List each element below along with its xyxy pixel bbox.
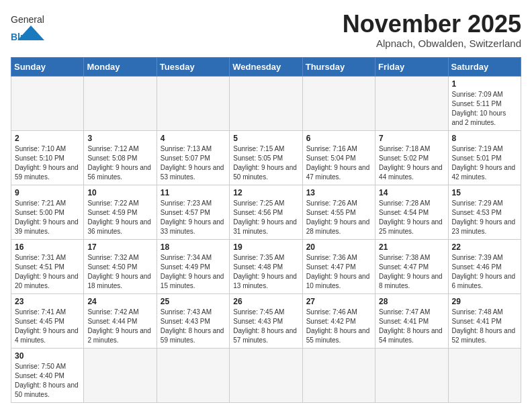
weekday-header: Monday	[84, 57, 157, 76]
day-info: Sunrise: 7:15 AMSunset: 5:05 PMDaylight:…	[233, 144, 298, 182]
weekday-header: Saturday	[448, 57, 521, 76]
calendar-cell: 28Sunrise: 7:47 AMSunset: 4:41 PMDayligh…	[375, 293, 448, 348]
day-info: Sunrise: 7:21 AMSunset: 5:00 PMDaylight:…	[15, 199, 80, 236]
day-info: Sunrise: 7:28 AMSunset: 4:54 PMDaylight:…	[379, 199, 444, 236]
calendar-cell: 15Sunrise: 7:29 AMSunset: 4:53 PMDayligh…	[448, 185, 521, 239]
day-info: Sunrise: 7:35 AMSunset: 4:48 PMDaylight:…	[233, 253, 298, 291]
day-info: Sunrise: 7:18 AMSunset: 5:02 PMDaylight:…	[379, 144, 444, 182]
day-info: Sunrise: 7:45 AMSunset: 4:43 PMDaylight:…	[233, 308, 298, 345]
calendar-week-row: 1Sunrise: 7:09 AMSunset: 5:11 PMDaylight…	[11, 76, 521, 130]
subtitle: Alpnach, Obwalden, Switzerland	[343, 38, 521, 49]
calendar-cell: 22Sunrise: 7:39 AMSunset: 4:46 PMDayligh…	[448, 239, 521, 293]
calendar-week-row: 9Sunrise: 7:21 AMSunset: 5:00 PMDaylight…	[11, 185, 521, 239]
day-number: 13	[306, 188, 371, 197]
calendar-cell	[157, 76, 229, 130]
calendar-cell: 26Sunrise: 7:45 AMSunset: 4:43 PMDayligh…	[230, 293, 302, 348]
day-number: 19	[233, 242, 298, 252]
page-header: General Blue November 2025 Alpnach, Obwa…	[11, 11, 521, 49]
day-number: 15	[452, 188, 517, 197]
day-info: Sunrise: 7:46 AMSunset: 4:42 PMDaylight:…	[306, 308, 371, 345]
day-info: Sunrise: 7:38 AMSunset: 4:47 PMDaylight:…	[379, 253, 444, 291]
calendar-cell: 29Sunrise: 7:48 AMSunset: 4:41 PMDayligh…	[448, 293, 521, 348]
day-info: Sunrise: 7:25 AMSunset: 4:56 PMDaylight:…	[233, 199, 298, 236]
logo-area: General Blue	[11, 11, 47, 40]
calendar-cell: 5Sunrise: 7:15 AMSunset: 5:05 PMDaylight…	[230, 130, 302, 185]
calendar-cell: 25Sunrise: 7:43 AMSunset: 4:43 PMDayligh…	[157, 293, 229, 348]
calendar-cell	[302, 76, 375, 130]
day-info: Sunrise: 7:32 AMSunset: 4:50 PMDaylight:…	[87, 253, 152, 291]
calendar-cell	[157, 348, 229, 402]
calendar-cell: 2Sunrise: 7:10 AMSunset: 5:10 PMDaylight…	[11, 130, 84, 185]
calendar-cell: 7Sunrise: 7:18 AMSunset: 5:02 PMDaylight…	[375, 130, 448, 185]
day-number: 18	[161, 242, 226, 252]
calendar-table: SundayMondayTuesdayWednesdayThursdayFrid…	[11, 57, 521, 403]
day-info: Sunrise: 7:41 AMSunset: 4:45 PMDaylight:…	[15, 308, 80, 345]
calendar-cell: 11Sunrise: 7:23 AMSunset: 4:57 PMDayligh…	[157, 185, 229, 239]
day-info: Sunrise: 7:48 AMSunset: 4:41 PMDaylight:…	[452, 308, 517, 345]
calendar-week-row: 23Sunrise: 7:41 AMSunset: 4:45 PMDayligh…	[11, 293, 521, 348]
logo-container: General Blue	[11, 11, 47, 40]
calendar-cell: 16Sunrise: 7:31 AMSunset: 4:51 PMDayligh…	[11, 239, 84, 293]
calendar-cell: 3Sunrise: 7:12 AMSunset: 5:08 PMDaylight…	[84, 130, 157, 185]
calendar-cell: 23Sunrise: 7:41 AMSunset: 4:45 PMDayligh…	[11, 293, 84, 348]
day-number: 11	[161, 188, 226, 197]
day-info: Sunrise: 7:22 AMSunset: 4:59 PMDaylight:…	[87, 199, 152, 236]
calendar-cell	[84, 348, 157, 402]
day-info: Sunrise: 7:26 AMSunset: 4:55 PMDaylight:…	[306, 199, 371, 236]
day-info: Sunrise: 7:42 AMSunset: 4:44 PMDaylight:…	[87, 308, 152, 345]
calendar-cell: 21Sunrise: 7:38 AMSunset: 4:47 PMDayligh…	[375, 239, 448, 293]
calendar-cell: 6Sunrise: 7:16 AMSunset: 5:04 PMDaylight…	[302, 130, 375, 185]
calendar-cell	[230, 348, 302, 402]
day-number: 25	[161, 297, 226, 306]
day-info: Sunrise: 7:31 AMSunset: 4:51 PMDaylight:…	[15, 253, 80, 291]
day-info: Sunrise: 7:50 AMSunset: 4:40 PMDaylight:…	[15, 362, 80, 400]
day-number: 26	[233, 297, 298, 306]
title-area: November 2025 Alpnach, Obwalden, Switzer…	[343, 11, 521, 49]
calendar-cell	[230, 76, 302, 130]
day-info: Sunrise: 7:29 AMSunset: 4:53 PMDaylight:…	[452, 199, 517, 236]
day-number: 22	[452, 242, 517, 252]
day-info: Sunrise: 7:10 AMSunset: 5:10 PMDaylight:…	[15, 144, 80, 182]
day-number: 5	[233, 134, 298, 143]
logo-icon: General Blue	[11, 11, 47, 40]
calendar-cell: 14Sunrise: 7:28 AMSunset: 4:54 PMDayligh…	[375, 185, 448, 239]
calendar-cell	[448, 348, 521, 402]
calendar-cell	[84, 76, 157, 130]
weekday-header: Friday	[375, 57, 448, 76]
day-number: 24	[87, 297, 152, 306]
calendar-cell	[11, 76, 84, 130]
calendar-week-row: 16Sunrise: 7:31 AMSunset: 4:51 PMDayligh…	[11, 239, 521, 293]
calendar-cell: 19Sunrise: 7:35 AMSunset: 4:48 PMDayligh…	[230, 239, 302, 293]
day-info: Sunrise: 7:12 AMSunset: 5:08 PMDaylight:…	[87, 144, 152, 182]
calendar-cell: 18Sunrise: 7:34 AMSunset: 4:49 PMDayligh…	[157, 239, 229, 293]
day-info: Sunrise: 7:09 AMSunset: 5:11 PMDaylight:…	[452, 90, 517, 128]
calendar-cell: 9Sunrise: 7:21 AMSunset: 5:00 PMDaylight…	[11, 185, 84, 239]
day-number: 27	[306, 297, 371, 306]
day-info: Sunrise: 7:39 AMSunset: 4:46 PMDaylight:…	[452, 253, 517, 291]
day-number: 14	[379, 188, 444, 197]
calendar-cell: 20Sunrise: 7:36 AMSunset: 4:47 PMDayligh…	[302, 239, 375, 293]
calendar-cell: 8Sunrise: 7:19 AMSunset: 5:01 PMDaylight…	[448, 130, 521, 185]
day-number: 6	[306, 134, 371, 143]
calendar-week-row: 2Sunrise: 7:10 AMSunset: 5:10 PMDaylight…	[11, 130, 521, 185]
day-number: 12	[233, 188, 298, 197]
day-number: 3	[87, 134, 152, 143]
day-number: 8	[452, 134, 517, 143]
calendar-cell: 4Sunrise: 7:13 AMSunset: 5:07 PMDaylight…	[157, 130, 229, 185]
weekday-header: Sunday	[11, 57, 84, 76]
day-number: 1	[452, 79, 517, 89]
day-number: 4	[161, 134, 226, 143]
day-info: Sunrise: 7:36 AMSunset: 4:47 PMDaylight:…	[306, 253, 371, 291]
day-info: Sunrise: 7:19 AMSunset: 5:01 PMDaylight:…	[452, 144, 517, 182]
calendar-week-row: 30Sunrise: 7:50 AMSunset: 4:40 PMDayligh…	[11, 348, 521, 402]
calendar-cell	[302, 348, 375, 402]
svg-text:Blue: Blue	[11, 32, 32, 40]
day-number: 20	[306, 242, 371, 252]
day-number: 2	[15, 134, 80, 143]
month-title: November 2025	[343, 11, 521, 38]
calendar-cell: 1Sunrise: 7:09 AMSunset: 5:11 PMDaylight…	[448, 76, 521, 130]
day-number: 30	[15, 351, 80, 361]
calendar-cell: 10Sunrise: 7:22 AMSunset: 4:59 PMDayligh…	[84, 185, 157, 239]
calendar-cell: 30Sunrise: 7:50 AMSunset: 4:40 PMDayligh…	[11, 348, 84, 402]
day-info: Sunrise: 7:47 AMSunset: 4:41 PMDaylight:…	[379, 308, 444, 345]
